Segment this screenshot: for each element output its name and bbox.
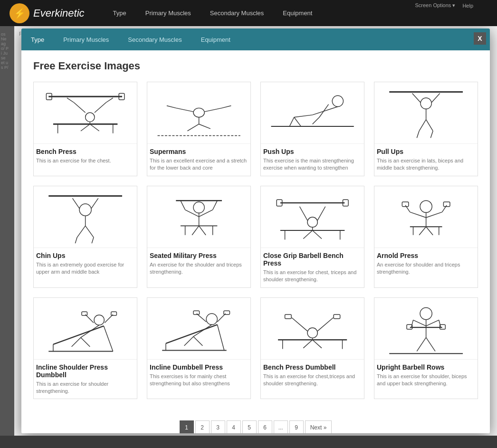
svg-line-26 (312, 117, 319, 124)
exercise-info: Incline Dumbbell Press This exercises is… (147, 360, 250, 391)
nav-type[interactable]: Type (113, 10, 126, 17)
svg-line-10 (81, 124, 90, 132)
logo-icon: ⚡ (10, 3, 29, 23)
svg-point-14 (193, 108, 204, 117)
exercise-desc: This exercise is the main strengthening … (263, 157, 362, 172)
exercise-card[interactable]: Push Ups This exercise is the main stren… (260, 82, 364, 176)
svg-line-84 (419, 227, 426, 235)
help-link[interactable]: Help (462, 3, 473, 9)
svg-line-103 (193, 324, 212, 336)
svg-line-69 (299, 207, 307, 220)
page-btn-...[interactable]: ... (274, 420, 288, 433)
page-btn-1[interactable]: 1 (180, 420, 194, 433)
exercise-card[interactable]: Bench Press Dumbbell This is an exercise… (260, 297, 364, 400)
svg-point-102 (206, 314, 217, 324)
exercise-card[interactable]: Bench Press This is an exercise for the … (33, 82, 137, 176)
util-bar: Screen Options ▾ Help (415, 2, 474, 9)
svg-line-13 (106, 98, 113, 103)
exercise-info: Incline Shoulder Press Dumbbell This is … (34, 360, 137, 399)
svg-line-27 (294, 115, 313, 117)
exercise-desc: This is an exercise for shoulder strengt… (36, 381, 134, 395)
exercise-image (147, 298, 250, 360)
svg-line-45 (77, 226, 85, 238)
pagination: 123456...9Next » (33, 413, 478, 433)
exercise-info: Seated Military Press An exercise for th… (147, 248, 250, 280)
exercise-modal: X Type Primary Muscles Secondary Muscles… (21, 29, 490, 433)
exercise-info: Supermans This is an excellent exercise … (147, 144, 250, 176)
screen-options[interactable]: Screen Options ▾ (415, 2, 456, 9)
modal-nav-equipment[interactable]: Equipment (201, 36, 230, 43)
exercise-desc: An exercise for shoulder and triceps str… (377, 261, 475, 276)
svg-line-48 (92, 238, 94, 244)
svg-line-19 (199, 124, 210, 129)
svg-line-120 (312, 340, 321, 348)
modal-nav-type[interactable]: Type (31, 36, 44, 43)
exercise-card[interactable]: Pull Ups This is an exercise in lats, bi… (374, 82, 478, 176)
page-btn-3[interactable]: 3 (211, 420, 225, 433)
svg-line-38 (417, 131, 419, 138)
svg-point-52 (193, 202, 204, 213)
svg-line-79 (426, 212, 442, 218)
page-btn-9[interactable]: 9 (289, 420, 304, 433)
svg-rect-95 (111, 312, 117, 315)
exercise-card[interactable]: Seated Military Press An exercise for th… (147, 186, 251, 288)
exercise-image (374, 82, 478, 144)
svg-rect-83 (443, 202, 450, 207)
page-btn-2[interactable]: 2 (195, 420, 210, 433)
logo-text: Everkinetic (33, 7, 85, 19)
svg-line-54 (185, 210, 199, 217)
svg-point-67 (307, 217, 317, 227)
exercise-image (147, 82, 250, 144)
svg-line-91 (81, 325, 99, 337)
exercise-grid: Bench Press This is an exercise for the … (33, 82, 478, 399)
svg-line-24 (312, 107, 337, 115)
svg-line-89 (104, 326, 113, 351)
exercise-desc: This is an excellent exercise and a stre… (150, 157, 248, 172)
exercise-info: Arnold Press An exercise for shoulder an… (374, 248, 478, 280)
exercise-info: Close Grip Barbell Bench Press This is a… (261, 248, 364, 287)
svg-line-71 (303, 230, 312, 238)
exercise-name: Bench Press Dumbbell (263, 363, 362, 371)
next-page-button[interactable]: Next » (305, 420, 332, 433)
exercise-name: Chin Ups (36, 252, 134, 259)
modal-nav-secondary[interactable]: Secondary Muscles (128, 36, 182, 43)
exercise-card[interactable]: Upright Barbell Rows This is an exercise… (374, 297, 478, 400)
nav-equipment[interactable]: Equipment (283, 10, 312, 17)
page-btn-6[interactable]: 6 (258, 420, 272, 433)
modal-nav-primary[interactable]: Primary Muscles (63, 36, 109, 43)
exercise-desc: This is an exercise for chest,triceps an… (263, 373, 362, 388)
svg-point-121 (420, 308, 432, 320)
exercise-desc: This exercises is for mainly chest stren… (150, 373, 248, 388)
page-btn-5[interactable]: 5 (242, 420, 257, 433)
modal-body: Free Exercise Images Bench Press This is… (21, 50, 490, 433)
exercise-info: Chin Ups This is an extremely good exerc… (34, 248, 137, 280)
nav-primary-muscles[interactable]: Primary Muscles (145, 10, 191, 17)
svg-line-60 (199, 226, 206, 235)
svg-line-18 (187, 124, 199, 132)
svg-point-115 (307, 328, 317, 338)
exercise-image (261, 298, 364, 360)
exercise-card[interactable]: Incline Dumbbell Press This exercises is… (147, 297, 251, 400)
svg-line-11 (90, 124, 99, 132)
svg-point-90 (94, 315, 104, 325)
exercise-card[interactable]: Supermans This is an excellent exercise … (147, 82, 251, 176)
svg-line-57 (213, 200, 218, 210)
svg-line-21 (222, 106, 231, 108)
svg-line-118 (317, 318, 333, 331)
page-btn-4[interactable]: 4 (227, 420, 241, 433)
exercise-card[interactable]: Close Grip Barbell Bench Press This is a… (260, 186, 364, 288)
exercise-name: Pull Ups (377, 148, 475, 155)
svg-rect-82 (402, 202, 409, 207)
svg-line-93 (105, 315, 113, 323)
nav-secondary-muscles[interactable]: Secondary Muscles (210, 10, 264, 17)
svg-line-96 (71, 337, 80, 346)
exercise-card[interactable]: Arnold Press An exercise for shoulder an… (374, 186, 478, 288)
modal-close-button[interactable]: X (474, 32, 486, 45)
exercise-card[interactable]: Chin Ups This is an extremely good exerc… (33, 186, 137, 288)
exercise-image (374, 298, 478, 360)
exercise-image (374, 186, 478, 248)
svg-line-109 (193, 336, 202, 345)
exercise-card[interactable]: Incline Shoulder Press Dumbbell This is … (33, 297, 137, 400)
svg-line-17 (204, 108, 222, 112)
svg-line-8 (74, 103, 85, 113)
